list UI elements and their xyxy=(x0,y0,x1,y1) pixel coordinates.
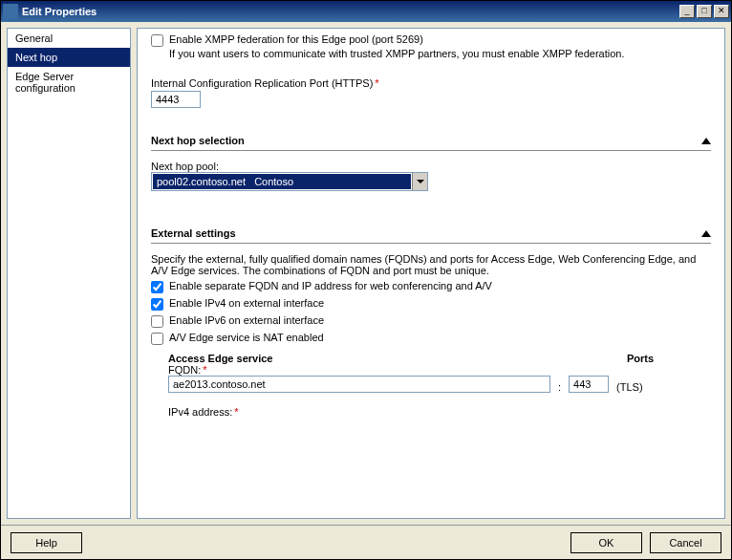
colon-separator: : xyxy=(558,381,561,393)
enable-xmpp-label: Enable XMPP federation for this Edge poo… xyxy=(169,33,625,45)
content-panel: If you want users to communicate with tr… xyxy=(137,28,725,519)
access-edge-fqdn-input[interactable] xyxy=(168,376,550,393)
enable-ipv6-label: Enable IPv6 on external interface xyxy=(169,314,324,326)
cancel-button[interactable]: Cancel xyxy=(650,532,721,553)
edit-properties-window: Edit Properties _ □ ✕ General Next hop E… xyxy=(0,0,732,560)
required-asterisk: * xyxy=(234,406,238,418)
tls-label: (TLS) xyxy=(616,381,643,393)
enable-separate-fqdn-label: Enable separate FQDN and IP address for … xyxy=(169,280,492,291)
minimize-button[interactable]: _ xyxy=(679,5,695,18)
enable-ipv4-label: Enable IPv4 on external interface xyxy=(169,297,324,309)
external-section-header[interactable]: External settings xyxy=(151,227,711,239)
required-asterisk: * xyxy=(203,364,206,376)
next-hop-section-header[interactable]: Next hop selection xyxy=(151,135,711,146)
required-asterisk: * xyxy=(375,77,378,89)
window-title: Edit Properties xyxy=(22,6,679,17)
close-button[interactable]: ✕ xyxy=(714,5,729,18)
collapse-icon xyxy=(701,230,711,237)
maximize-button[interactable]: □ xyxy=(697,5,712,18)
help-button[interactable]: Help xyxy=(11,532,82,553)
enable-ipv6-checkbox[interactable] xyxy=(151,315,163,328)
button-bar: Help OK Cancel xyxy=(1,525,731,559)
combo-dropdown-button[interactable] xyxy=(412,173,427,190)
next-hop-pool-combo[interactable]: pool02.contoso.net Contoso xyxy=(151,172,428,191)
replication-port-input[interactable] xyxy=(151,91,201,108)
titlebar: Edit Properties _ □ ✕ xyxy=(1,1,731,22)
next-hop-pool-label: Next hop pool: xyxy=(151,161,711,172)
chevron-down-icon xyxy=(417,180,424,183)
sidebar-item-general[interactable]: General xyxy=(8,29,130,48)
ipv4-address-label: IPv4 address: xyxy=(168,406,232,418)
av-edge-nat-label: A/V Edge service is NAT enabled xyxy=(169,332,324,343)
fqdn-label: FQDN: xyxy=(168,364,201,376)
sidebar-item-edge-server-config[interactable]: Edge Server configuration xyxy=(8,67,130,97)
av-edge-nat-checkbox[interactable] xyxy=(151,333,163,345)
ok-button[interactable]: OK xyxy=(571,532,642,553)
access-edge-header: Access Edge service xyxy=(168,353,272,364)
xmpp-note: If you want users to communicate with tr… xyxy=(169,48,625,59)
nav-sidebar: General Next hop Edge Server configurati… xyxy=(7,28,131,519)
external-section-title: External settings xyxy=(151,227,236,239)
enable-ipv4-checkbox[interactable] xyxy=(151,298,163,311)
next-hop-pool-selected: pool02.contoso.net Contoso xyxy=(153,174,411,189)
enable-separate-fqdn-checkbox[interactable] xyxy=(151,281,163,293)
access-edge-port-input[interactable] xyxy=(569,376,609,393)
app-icon xyxy=(3,4,18,19)
sidebar-item-next-hop[interactable]: Next hop xyxy=(8,48,130,67)
collapse-icon xyxy=(701,138,711,144)
enable-xmpp-checkbox[interactable] xyxy=(151,34,163,47)
external-description: Specify the external, fully qualified do… xyxy=(151,253,711,276)
replication-port-label: Internal Configuration Replication Port … xyxy=(151,77,373,89)
ports-header: Ports xyxy=(627,353,654,364)
next-hop-section-title: Next hop selection xyxy=(151,135,245,146)
